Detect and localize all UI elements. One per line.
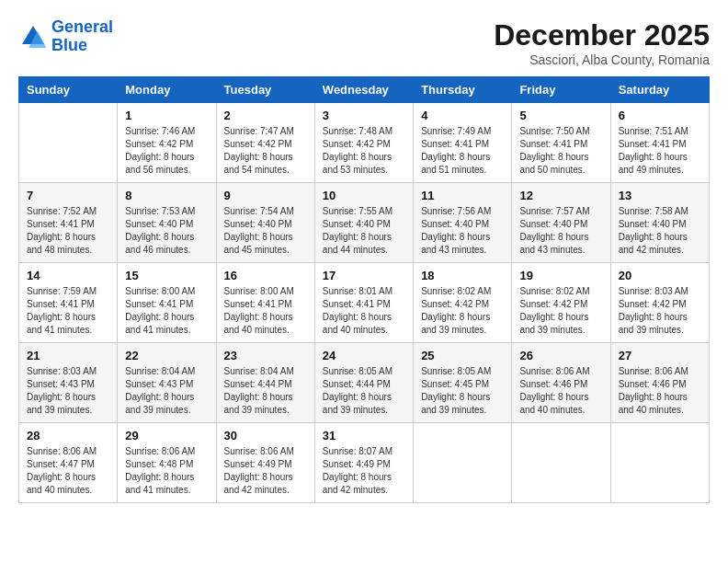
day-number: 15 bbox=[125, 269, 208, 282]
calendar-cell: 8Sunrise: 7:53 AMSunset: 4:40 PMDaylight… bbox=[118, 183, 216, 263]
header-saturday: Saturday bbox=[610, 77, 709, 103]
day-number: 9 bbox=[224, 189, 307, 202]
day-number: 17 bbox=[323, 269, 405, 282]
day-info: Sunrise: 7:48 AMSunset: 4:42 PMDaylight:… bbox=[323, 125, 405, 177]
calendar-cell: 26Sunrise: 8:06 AMSunset: 4:46 PMDayligh… bbox=[512, 343, 610, 423]
calendar-cell: 23Sunrise: 8:04 AMSunset: 4:44 PMDayligh… bbox=[216, 343, 314, 423]
day-info: Sunrise: 8:00 AMSunset: 4:41 PMDaylight:… bbox=[224, 285, 307, 337]
day-number: 11 bbox=[421, 189, 504, 202]
calendar-cell: 24Sunrise: 8:05 AMSunset: 4:44 PMDayligh… bbox=[314, 343, 413, 423]
day-info: Sunrise: 8:03 AMSunset: 4:42 PMDaylight:… bbox=[619, 285, 701, 337]
calendar-cell: 30Sunrise: 8:06 AMSunset: 4:49 PMDayligh… bbox=[216, 423, 314, 503]
day-number: 7 bbox=[27, 189, 109, 202]
header-friday: Friday bbox=[512, 77, 610, 103]
day-info: Sunrise: 7:58 AMSunset: 4:40 PMDaylight:… bbox=[619, 205, 701, 257]
day-number: 27 bbox=[619, 349, 701, 362]
day-number: 2 bbox=[224, 109, 307, 122]
calendar-cell: 11Sunrise: 7:56 AMSunset: 4:40 PMDayligh… bbox=[414, 183, 512, 263]
day-number: 30 bbox=[224, 429, 307, 442]
day-number: 21 bbox=[27, 349, 109, 362]
header-wednesday: Wednesday bbox=[314, 77, 413, 103]
day-info: Sunrise: 8:04 AMSunset: 4:44 PMDaylight:… bbox=[224, 365, 307, 417]
day-info: Sunrise: 8:02 AMSunset: 4:42 PMDaylight:… bbox=[519, 285, 602, 337]
calendar-cell: 4Sunrise: 7:49 AMSunset: 4:41 PMDaylight… bbox=[414, 103, 512, 183]
day-info: Sunrise: 7:46 AMSunset: 4:42 PMDaylight:… bbox=[125, 125, 208, 177]
day-number: 6 bbox=[619, 109, 701, 122]
calendar-cell: 14Sunrise: 7:59 AMSunset: 4:41 PMDayligh… bbox=[19, 263, 118, 343]
day-info: Sunrise: 7:51 AMSunset: 4:41 PMDaylight:… bbox=[619, 125, 701, 177]
day-info: Sunrise: 7:47 AMSunset: 4:42 PMDaylight:… bbox=[224, 125, 307, 177]
header-thursday: Thursday bbox=[414, 77, 512, 103]
day-info: Sunrise: 7:49 AMSunset: 4:41 PMDaylight:… bbox=[421, 125, 504, 177]
day-info: Sunrise: 8:06 AMSunset: 4:46 PMDaylight:… bbox=[619, 365, 701, 417]
calendar-cell: 7Sunrise: 7:52 AMSunset: 4:41 PMDaylight… bbox=[19, 183, 118, 263]
day-info: Sunrise: 8:06 AMSunset: 4:48 PMDaylight:… bbox=[125, 445, 208, 497]
calendar-week-4: 21Sunrise: 8:03 AMSunset: 4:43 PMDayligh… bbox=[19, 343, 710, 423]
calendar-cell bbox=[610, 423, 709, 503]
day-info: Sunrise: 8:06 AMSunset: 4:46 PMDaylight:… bbox=[519, 365, 602, 417]
logo-icon bbox=[18, 22, 48, 52]
day-number: 5 bbox=[519, 109, 602, 122]
header-sunday: Sunday bbox=[19, 77, 118, 103]
day-number: 13 bbox=[619, 189, 701, 202]
calendar-cell: 22Sunrise: 8:04 AMSunset: 4:43 PMDayligh… bbox=[118, 343, 216, 423]
month-title: December 2025 bbox=[494, 18, 710, 52]
day-info: Sunrise: 8:05 AMSunset: 4:44 PMDaylight:… bbox=[323, 365, 405, 417]
day-info: Sunrise: 8:04 AMSunset: 4:43 PMDaylight:… bbox=[125, 365, 208, 417]
logo-text-blue: Blue bbox=[51, 36, 87, 54]
day-info: Sunrise: 7:55 AMSunset: 4:40 PMDaylight:… bbox=[323, 205, 405, 257]
header-monday: Monday bbox=[118, 77, 216, 103]
calendar-cell: 15Sunrise: 8:00 AMSunset: 4:41 PMDayligh… bbox=[118, 263, 216, 343]
calendar-cell bbox=[512, 423, 610, 503]
logo: General Blue bbox=[18, 18, 113, 55]
calendar-cell: 29Sunrise: 8:06 AMSunset: 4:48 PMDayligh… bbox=[118, 423, 216, 503]
day-number: 26 bbox=[519, 349, 602, 362]
day-info: Sunrise: 7:50 AMSunset: 4:41 PMDaylight:… bbox=[519, 125, 602, 177]
day-info: Sunrise: 8:06 AMSunset: 4:49 PMDaylight:… bbox=[224, 445, 307, 497]
calendar-cell: 5Sunrise: 7:50 AMSunset: 4:41 PMDaylight… bbox=[512, 103, 610, 183]
day-info: Sunrise: 8:02 AMSunset: 4:42 PMDaylight:… bbox=[421, 285, 504, 337]
day-info: Sunrise: 7:52 AMSunset: 4:41 PMDaylight:… bbox=[27, 205, 109, 257]
calendar-cell: 28Sunrise: 8:06 AMSunset: 4:47 PMDayligh… bbox=[19, 423, 118, 503]
day-number: 1 bbox=[125, 109, 208, 122]
day-number: 10 bbox=[323, 189, 405, 202]
day-info: Sunrise: 8:03 AMSunset: 4:43 PMDaylight:… bbox=[27, 365, 109, 417]
day-number: 22 bbox=[125, 349, 208, 362]
location-subtitle: Sasciori, Alba County, Romania bbox=[494, 52, 710, 67]
calendar-week-5: 28Sunrise: 8:06 AMSunset: 4:47 PMDayligh… bbox=[19, 423, 710, 503]
page-header: General Blue December 2025 Sasciori, Alb… bbox=[18, 18, 710, 67]
day-info: Sunrise: 8:01 AMSunset: 4:41 PMDaylight:… bbox=[323, 285, 405, 337]
day-number: 14 bbox=[27, 269, 109, 282]
day-number: 31 bbox=[323, 429, 405, 442]
day-number: 28 bbox=[27, 429, 109, 442]
calendar-cell: 10Sunrise: 7:55 AMSunset: 4:40 PMDayligh… bbox=[314, 183, 413, 263]
day-number: 18 bbox=[421, 269, 504, 282]
day-info: Sunrise: 7:59 AMSunset: 4:41 PMDaylight:… bbox=[27, 285, 109, 337]
title-section: December 2025 Sasciori, Alba County, Rom… bbox=[494, 18, 710, 67]
day-number: 16 bbox=[224, 269, 307, 282]
day-info: Sunrise: 7:57 AMSunset: 4:40 PMDaylight:… bbox=[519, 205, 602, 257]
day-number: 12 bbox=[519, 189, 602, 202]
calendar-cell: 17Sunrise: 8:01 AMSunset: 4:41 PMDayligh… bbox=[314, 263, 413, 343]
calendar-cell: 20Sunrise: 8:03 AMSunset: 4:42 PMDayligh… bbox=[610, 263, 709, 343]
calendar-cell: 1Sunrise: 7:46 AMSunset: 4:42 PMDaylight… bbox=[118, 103, 216, 183]
calendar-cell: 31Sunrise: 8:07 AMSunset: 4:49 PMDayligh… bbox=[314, 423, 413, 503]
day-info: Sunrise: 8:05 AMSunset: 4:45 PMDaylight:… bbox=[421, 365, 504, 417]
day-number: 19 bbox=[519, 269, 602, 282]
day-info: Sunrise: 8:06 AMSunset: 4:47 PMDaylight:… bbox=[27, 445, 109, 497]
day-number: 24 bbox=[323, 349, 405, 362]
day-info: Sunrise: 8:00 AMSunset: 4:41 PMDaylight:… bbox=[125, 285, 208, 337]
day-number: 29 bbox=[125, 429, 208, 442]
day-number: 25 bbox=[421, 349, 504, 362]
calendar-cell: 25Sunrise: 8:05 AMSunset: 4:45 PMDayligh… bbox=[414, 343, 512, 423]
calendar-cell: 13Sunrise: 7:58 AMSunset: 4:40 PMDayligh… bbox=[610, 183, 709, 263]
calendar-week-3: 14Sunrise: 7:59 AMSunset: 4:41 PMDayligh… bbox=[19, 263, 710, 343]
day-info: Sunrise: 7:53 AMSunset: 4:40 PMDaylight:… bbox=[125, 205, 208, 257]
calendar-cell: 2Sunrise: 7:47 AMSunset: 4:42 PMDaylight… bbox=[216, 103, 314, 183]
day-number: 20 bbox=[619, 269, 701, 282]
calendar-cell: 16Sunrise: 8:00 AMSunset: 4:41 PMDayligh… bbox=[216, 263, 314, 343]
day-info: Sunrise: 7:56 AMSunset: 4:40 PMDaylight:… bbox=[421, 205, 504, 257]
day-info: Sunrise: 7:54 AMSunset: 4:40 PMDaylight:… bbox=[224, 205, 307, 257]
calendar-header-row: Sunday Monday Tuesday Wednesday Thursday… bbox=[19, 77, 710, 103]
day-number: 23 bbox=[224, 349, 307, 362]
